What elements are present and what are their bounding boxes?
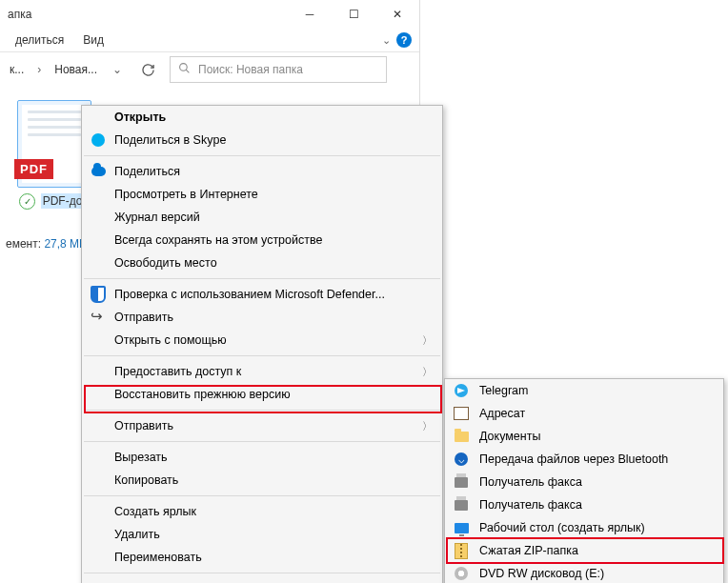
sendto-bluetooth[interactable]: ⌵Передача файлов через Bluetooth <box>445 448 723 471</box>
menu-defender[interactable]: Проверка с использованием Microsoft Defe… <box>82 283 442 306</box>
menu-delete[interactable]: Удалить <box>82 523 442 546</box>
share-icon <box>90 309 107 326</box>
menu-rename[interactable]: Переименовать <box>82 546 442 569</box>
titlebar: апка ─ ☐ ✕ <box>0 0 419 29</box>
chevron-right-icon: 〉 <box>422 419 433 433</box>
menu-versions[interactable]: Журнал версий <box>82 206 442 229</box>
close-button[interactable]: ✕ <box>375 0 419 29</box>
svg-line-1 <box>186 70 189 72</box>
sendto-telegram[interactable]: Telegram <box>445 379 723 402</box>
window-title: апка <box>8 8 288 21</box>
search-input[interactable]: Поиск: Новая папка <box>170 56 387 83</box>
ribbon-tabs: делиться Вид ⌄ ? <box>0 29 419 52</box>
sendto-zip[interactable]: Сжатая ZIP-папка <box>445 539 723 562</box>
menu-share[interactable]: Поделиться <box>82 160 442 183</box>
menu-properties[interactable]: Свойства <box>82 577 442 583</box>
sync-status-icon: ✓ <box>19 193 35 210</box>
tab-view[interactable]: Вид <box>73 33 113 47</box>
help-icon[interactable]: ? <box>396 32 412 48</box>
folder-icon <box>453 428 470 445</box>
context-menu: Открыть Поделиться в Skype Поделиться Пр… <box>81 105 443 583</box>
skype-icon <box>90 131 107 149</box>
tab-share[interactable]: делиться <box>6 33 73 47</box>
dvd-icon <box>453 565 470 582</box>
pdf-badge: PDF <box>14 159 53 179</box>
telegram-icon <box>453 382 470 399</box>
sendto-fax-1[interactable]: Получатель факса <box>445 471 723 493</box>
ribbon-collapse-icon[interactable]: ⌄ <box>382 34 391 47</box>
menu-open-with[interactable]: Открыть с помощью〉 <box>82 329 442 352</box>
menu-always-keep[interactable]: Всегда сохранять на этом устройстве <box>82 229 442 251</box>
sendto-contact[interactable]: Адресат <box>445 402 723 425</box>
menu-restore-prev[interactable]: Восстановить прежнюю версию <box>82 383 442 406</box>
menu-free-space[interactable]: Освободить место <box>82 251 442 274</box>
fax-icon <box>453 473 470 491</box>
sendto-dvd[interactable]: DVD RW дисковод (E:) <box>445 562 723 583</box>
menu-send-to[interactable]: Отправить〉 <box>82 414 442 437</box>
menu-shortcut[interactable]: Создать ярлык <box>82 500 442 523</box>
search-placeholder: Поиск: Новая папка <box>198 63 303 76</box>
maximize-button[interactable]: ☐ <box>332 0 375 29</box>
chevron-right-icon: › <box>35 63 43 76</box>
svg-point-0 <box>180 64 188 71</box>
menu-cut[interactable]: Вырезать <box>82 446 442 469</box>
menu-copy[interactable]: Копировать <box>82 469 442 492</box>
address-bar: к... › Новая... ⌄ Поиск: Новая папка <box>0 52 419 87</box>
refresh-button[interactable] <box>135 57 160 82</box>
menu-share-to[interactable]: Отправить <box>82 306 442 329</box>
desktop-icon <box>453 519 470 536</box>
sendto-documents[interactable]: Документы <box>445 425 723 448</box>
send-to-submenu: Telegram Адресат Документы ⌵Передача фай… <box>444 378 724 583</box>
chevron-right-icon: 〉 <box>422 333 433 348</box>
sendto-desktop[interactable]: Рабочий стол (создать ярлык) <box>445 516 723 539</box>
minimize-button[interactable]: ─ <box>288 0 332 29</box>
menu-skype[interactable]: Поделиться в Skype <box>82 129 442 151</box>
shield-icon <box>90 286 107 303</box>
breadcrumb-seg-2[interactable]: Новая... <box>52 63 99 76</box>
menu-view-web[interactable]: Просмотреть в Интернете <box>82 183 442 206</box>
breadcrumb-dropdown-icon[interactable]: ⌄ <box>109 63 126 76</box>
menu-open[interactable]: Открыть <box>82 106 442 129</box>
search-icon <box>178 62 191 77</box>
cloud-icon <box>90 163 107 180</box>
breadcrumb-seg-1[interactable]: к... <box>8 63 26 76</box>
sendto-fax-2[interactable]: Получатель факса <box>445 493 723 516</box>
status-prefix: емент: <box>6 237 44 251</box>
zip-icon <box>453 542 470 559</box>
chevron-right-icon: 〉 <box>422 365 433 379</box>
fax-icon <box>453 496 470 513</box>
status-bar: емент: 27,8 МБ <box>0 237 87 251</box>
contact-icon <box>453 405 470 422</box>
menu-grant-access[interactable]: Предоставить доступ к〉 <box>82 360 442 383</box>
bluetooth-icon: ⌵ <box>453 451 470 468</box>
